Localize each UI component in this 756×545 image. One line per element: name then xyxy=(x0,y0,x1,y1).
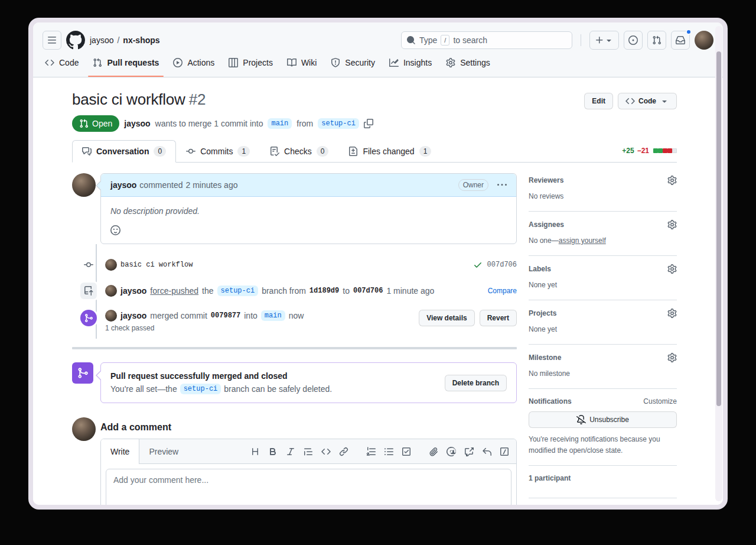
customize-link[interactable]: Customize xyxy=(643,397,677,405)
event-time[interactable]: now xyxy=(289,311,304,320)
revert-button[interactable]: Revert xyxy=(480,310,517,326)
nav-tab-actions[interactable]: Actions xyxy=(168,56,219,77)
head-branch-label[interactable]: setup-ci xyxy=(217,286,259,296)
cross-reference-button[interactable] xyxy=(464,447,474,456)
github-logo[interactable] xyxy=(66,31,85,50)
heading-button[interactable] xyxy=(250,447,260,456)
merged-banner: Pull request successfully merged and clo… xyxy=(72,362,517,403)
lock-conversation-button[interactable]: Lock conversation xyxy=(529,498,677,510)
numbered-list-button[interactable] xyxy=(366,447,376,456)
tab-checks[interactable]: Checks 0 xyxy=(260,140,338,163)
nav-tab-code[interactable]: Code xyxy=(40,56,83,77)
pr-author[interactable]: jaysoo xyxy=(124,119,150,128)
force-pushed-link[interactable]: force-pushed xyxy=(150,286,198,296)
head-branch-label[interactable]: setup-ci xyxy=(318,118,359,129)
comment-menu-button[interactable] xyxy=(497,180,507,190)
nav-tab-insights[interactable]: Insights xyxy=(384,56,436,77)
gear-icon[interactable] xyxy=(667,220,677,229)
write-tab[interactable]: Write xyxy=(101,439,139,464)
code-button[interactable] xyxy=(321,447,331,456)
issues-button[interactable] xyxy=(624,31,643,50)
hamburger-menu-button[interactable] xyxy=(43,31,61,50)
tab-files-changed[interactable]: Files changed 1 xyxy=(338,140,441,163)
base-branch-label[interactable]: main xyxy=(261,310,285,321)
checks-summary[interactable]: 1 check passed xyxy=(105,324,419,332)
tab-conversation[interactable]: Conversation 0 xyxy=(72,140,176,163)
bell-slash-icon xyxy=(576,415,586,424)
pr-state-badge: Open xyxy=(72,115,119,132)
delete-branch-button[interactable]: Delete branch xyxy=(445,375,507,391)
slash-commands-button[interactable] xyxy=(500,447,509,456)
head-branch-label[interactable]: setup-ci xyxy=(180,384,221,394)
gear-icon[interactable] xyxy=(667,353,677,362)
comment-timestamp[interactable]: 2 minutes ago xyxy=(186,180,238,190)
breadcrumb-owner[interactable]: jaysoo xyxy=(90,35,113,45)
link-button[interactable] xyxy=(339,447,348,456)
create-new-button[interactable] xyxy=(589,31,619,50)
app-header: jaysoo / nx-shops Type / to search xyxy=(33,22,723,77)
event-author-avatar[interactable] xyxy=(105,310,117,322)
nav-tab-settings[interactable]: Settings xyxy=(441,56,495,77)
current-user-avatar xyxy=(72,417,96,441)
comment-author[interactable]: jaysoo xyxy=(110,180,136,190)
nav-tab-pull-requests[interactable]: Pull requests xyxy=(88,56,164,77)
italic-button[interactable] xyxy=(286,447,295,456)
pull-request-icon xyxy=(79,119,89,128)
add-reaction-button[interactable] xyxy=(110,225,120,235)
task-list-button[interactable] xyxy=(402,447,411,456)
mention-button[interactable] xyxy=(447,447,456,456)
conversation-icon xyxy=(82,147,92,156)
event-author-avatar[interactable] xyxy=(105,285,117,297)
gear-icon[interactable] xyxy=(667,309,677,318)
event-time[interactable]: 1 minute ago xyxy=(386,286,434,296)
commit-icon xyxy=(84,260,93,270)
nav-tab-wiki[interactable]: Wiki xyxy=(282,56,321,77)
gear-icon[interactable] xyxy=(667,264,677,274)
scrollbar-thumb[interactable] xyxy=(716,51,721,406)
comment-author-avatar[interactable] xyxy=(72,173,96,197)
inbox-icon xyxy=(676,35,685,45)
search-placeholder-suffix: to search xyxy=(453,35,487,45)
merge-summary-text: from xyxy=(296,119,313,128)
event-author[interactable]: jaysoo xyxy=(120,286,146,296)
bold-button[interactable] xyxy=(268,447,278,456)
view-details-button[interactable]: View details xyxy=(419,310,474,326)
saved-replies-button[interactable] xyxy=(482,447,491,456)
nav-tab-projects[interactable]: Projects xyxy=(224,56,278,77)
assign-yourself-link[interactable]: assign yourself xyxy=(559,236,606,245)
base-branch-label[interactable]: main xyxy=(268,118,292,129)
gear-icon[interactable] xyxy=(667,176,677,185)
commit-sha-link[interactable]: 007d706 xyxy=(487,261,517,269)
compare-link[interactable]: Compare xyxy=(488,287,517,295)
pr-description-comment: jaysoo commented 2 minutes ago Owner No … xyxy=(72,173,517,244)
additions-count: +25 xyxy=(622,147,634,155)
notifications-inbox-button[interactable] xyxy=(671,31,690,50)
event-author[interactable]: jaysoo xyxy=(120,311,146,320)
quote-button[interactable] xyxy=(304,447,313,456)
notifications-title: Notifications xyxy=(529,397,572,405)
tab-commits[interactable]: Commits 1 xyxy=(176,140,260,163)
pull-requests-button[interactable] xyxy=(647,31,666,50)
labels-body: None yet xyxy=(529,280,677,290)
check-passed-icon[interactable] xyxy=(473,260,483,270)
breadcrumb-repo[interactable]: nx-shops xyxy=(123,35,159,45)
attach-file-button[interactable] xyxy=(429,447,438,456)
search-input[interactable]: Type / to search xyxy=(401,31,572,49)
code-dropdown-button[interactable]: Code xyxy=(618,93,677,109)
comment-textarea[interactable] xyxy=(106,469,511,510)
merged-sha[interactable]: 0079877 xyxy=(211,312,240,320)
nav-tab-security[interactable]: Security xyxy=(326,56,380,77)
commit-author-avatar[interactable] xyxy=(105,259,117,271)
edit-button[interactable]: Edit xyxy=(584,93,613,109)
bullet-list-button[interactable] xyxy=(384,447,393,456)
git-merge-icon xyxy=(77,367,89,379)
old-sha[interactable]: 1d189d9 xyxy=(309,287,339,295)
search-icon xyxy=(406,35,416,45)
unsubscribe-button[interactable]: Unsubscribe xyxy=(529,411,677,428)
copy-branch-button[interactable] xyxy=(364,119,373,128)
user-avatar[interactable] xyxy=(695,31,713,50)
preview-tab[interactable]: Preview xyxy=(139,439,188,463)
new-sha[interactable]: 007d706 xyxy=(353,287,383,295)
commit-message[interactable]: basic ci workflow xyxy=(120,261,193,269)
timeline-commit-event: basic ci workflow 007d706 xyxy=(72,252,517,277)
